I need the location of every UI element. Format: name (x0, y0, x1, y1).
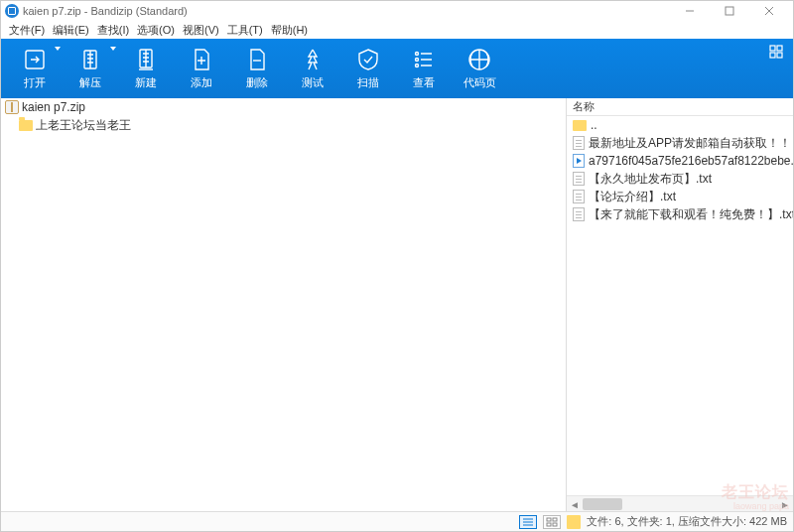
chevron-down-icon (55, 47, 61, 51)
folder-icon (19, 120, 33, 131)
file-name: 【永久地址发布页】.txt (589, 171, 712, 188)
folder-icon (567, 515, 581, 529)
tree-pane[interactable]: kaien p7.zip 上老王论坛当老王 (1, 98, 567, 511)
list-item[interactable]: .. (567, 116, 793, 134)
video-file-icon (573, 154, 585, 168)
list-item[interactable]: 【永久地址发布页】.txt (567, 170, 793, 188)
menu-find[interactable]: 查找(I) (95, 23, 131, 38)
svg-rect-15 (547, 518, 551, 521)
list-item[interactable]: 最新地址及APP请发邮箱自动获取！！！.txt (567, 134, 793, 152)
menu-help[interactable]: 帮助(H) (269, 23, 310, 38)
new-button[interactable]: 新建 (118, 41, 174, 96)
menu-view[interactable]: 视图(V) (181, 23, 221, 38)
tree-child-label: 上老王论坛当老王 (36, 117, 131, 134)
layout-toggle-button[interactable] (769, 45, 783, 59)
extract-button[interactable]: 解压 (63, 41, 118, 96)
file-name: 最新地址及APP请发邮箱自动获取！！！.txt (589, 135, 793, 152)
menu-options[interactable]: 选项(O) (135, 23, 177, 38)
main-area: kaien p7.zip 上老王论坛当老王 名称 .. 最新地址及APP请发邮箱… (1, 98, 793, 511)
scan-button[interactable]: 扫描 (340, 41, 396, 96)
scan-label: 扫描 (357, 75, 379, 90)
list-item[interactable]: 【来了就能下载和观看！纯免费！】.txt (567, 205, 793, 223)
svg-rect-16 (553, 518, 557, 521)
view-icon (411, 47, 437, 72)
open-icon (22, 47, 48, 72)
status-text: 文件: 6, 文件夹: 1, 压缩文件大小: 422 MB (587, 514, 787, 529)
view-mode-icons-button[interactable] (543, 515, 561, 529)
menu-bar: 文件(F) 编辑(E) 查找(I) 选项(O) 视图(V) 工具(T) 帮助(H… (1, 21, 793, 39)
view-button[interactable]: 查看 (396, 41, 452, 96)
file-name: a79716f045a75fe216eb57af8122bebe.mp4 (589, 154, 793, 168)
list-header[interactable]: 名称 (567, 98, 793, 116)
close-button[interactable] (749, 1, 789, 21)
window-title: kaien p7.zip - Bandizip (Standard) (23, 5, 188, 17)
svg-rect-13 (770, 53, 775, 58)
app-icon (5, 4, 19, 18)
menu-tools[interactable]: 工具(T) (225, 23, 265, 38)
svg-rect-1 (726, 7, 733, 15)
minimize-icon (685, 6, 695, 16)
view-label: 查看 (413, 75, 435, 90)
add-label: 添加 (191, 75, 212, 90)
file-list[interactable]: .. 最新地址及APP请发邮箱自动获取！！！.txt a79716f045a75… (567, 116, 793, 495)
file-name: 【来了就能下载和观看！纯免费！】.txt (589, 206, 793, 223)
grid-icon (546, 517, 558, 527)
codepage-button[interactable]: 代码页 (452, 41, 507, 96)
folder-icon (573, 120, 587, 131)
close-icon (764, 6, 774, 16)
open-label: 打开 (24, 75, 46, 90)
column-name: 名称 (573, 99, 595, 114)
text-file-icon (573, 207, 585, 221)
chevron-down-icon (110, 47, 116, 51)
text-file-icon (573, 172, 585, 186)
toolbar: 打开 解压 新建 添加 删除 测试 扫描 查看 (1, 39, 793, 98)
menu-edit[interactable]: 编辑(E) (51, 23, 91, 38)
add-button[interactable]: 添加 (174, 41, 229, 96)
file-name: .. (591, 118, 597, 132)
tree-root-row[interactable]: kaien p7.zip (1, 98, 566, 116)
text-file-icon (573, 190, 585, 203)
view-mode-details-button[interactable] (519, 515, 537, 529)
text-file-icon (573, 136, 585, 150)
test-button[interactable]: 测试 (285, 41, 340, 96)
maximize-icon (725, 6, 734, 16)
new-label: 新建 (135, 75, 157, 90)
codepage-label: 代码页 (463, 75, 496, 90)
scroll-right-icon[interactable]: ► (777, 496, 793, 512)
maximize-button[interactable] (710, 1, 749, 21)
scan-icon (355, 47, 381, 72)
scroll-thumb[interactable] (583, 498, 622, 510)
grid-icon (769, 45, 783, 59)
minimize-button[interactable] (670, 1, 710, 21)
add-icon (189, 47, 214, 72)
svg-rect-12 (777, 46, 782, 51)
extract-icon (77, 47, 103, 72)
delete-icon (244, 47, 270, 72)
list-item[interactable]: 【论坛介绍】.txt (567, 188, 793, 205)
file-name: 【论坛介绍】.txt (589, 189, 676, 205)
svg-rect-18 (553, 523, 557, 526)
list-pane: 名称 .. 最新地址及APP请发邮箱自动获取！！！.txt a79716f045… (567, 98, 793, 511)
svg-point-8 (416, 59, 419, 62)
tree-child-row[interactable]: 上老王论坛当老王 (1, 116, 566, 134)
menu-file[interactable]: 文件(F) (7, 23, 47, 38)
list-item[interactable]: a79716f045a75fe216eb57af8122bebe.mp4 (567, 152, 793, 170)
new-icon (133, 47, 159, 72)
codepage-icon (466, 47, 492, 72)
svg-rect-14 (777, 53, 782, 58)
horizontal-scrollbar[interactable]: ◄ ► (567, 495, 793, 511)
test-label: 测试 (302, 75, 324, 90)
archive-icon (5, 100, 19, 114)
status-bar: 文件: 6, 文件夹: 1, 压缩文件大小: 422 MB (1, 511, 793, 531)
scroll-left-icon[interactable]: ◄ (567, 496, 583, 512)
open-button[interactable]: 打开 (7, 41, 63, 96)
svg-point-9 (416, 65, 419, 67)
list-icon (522, 517, 534, 527)
test-icon (300, 47, 326, 72)
svg-rect-17 (547, 523, 551, 526)
svg-point-7 (416, 53, 419, 56)
delete-button[interactable]: 删除 (229, 41, 285, 96)
title-bar: kaien p7.zip - Bandizip (Standard) (1, 1, 793, 21)
extract-label: 解压 (79, 75, 101, 90)
svg-rect-11 (770, 46, 775, 51)
